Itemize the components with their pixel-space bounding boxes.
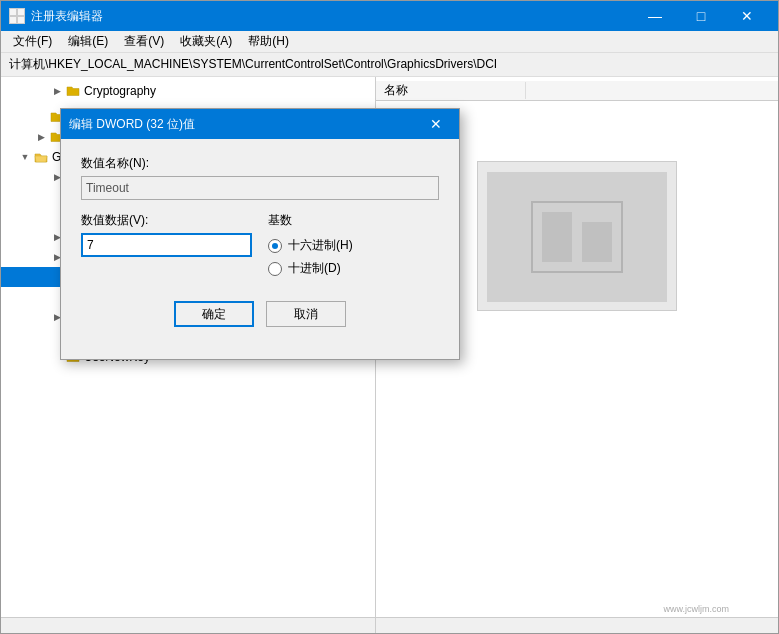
name-label: 数值名称(N): xyxy=(81,155,439,172)
radio-dec[interactable] xyxy=(268,262,282,276)
minimize-button[interactable]: — xyxy=(632,1,678,31)
base-section: 基数 十六进制(H) 十进制(D) xyxy=(268,212,439,277)
svg-rect-6 xyxy=(582,222,612,262)
svg-rect-0 xyxy=(10,9,16,15)
value-base-row: 数值数据(V): 基数 十六进制(H) 十进制(D) xyxy=(81,212,439,277)
folder-icon xyxy=(65,83,81,99)
title-bar: 注册表编辑器 — □ ✕ xyxy=(1,1,778,31)
data-input[interactable] xyxy=(81,233,252,257)
ok-button[interactable]: 确定 xyxy=(174,301,254,327)
svg-rect-2 xyxy=(10,17,16,23)
radio-group: 十六进制(H) 十进制(D) xyxy=(268,237,439,277)
preview-area xyxy=(477,161,677,311)
maximize-button[interactable]: □ xyxy=(678,1,724,31)
right-scrollbar[interactable] xyxy=(376,618,778,633)
edit-dword-dialog: 编辑 DWORD (32 位)值 ✕ 数值名称(N): 数值数据(V): 基数 xyxy=(60,108,460,360)
col-name-header: 名称 xyxy=(376,82,526,99)
dialog-title-bar: 编辑 DWORD (32 位)值 ✕ xyxy=(61,109,459,139)
menu-bar: 文件(F) 编辑(E) 查看(V) 收藏夹(A) 帮助(H) xyxy=(1,31,778,53)
dialog-title: 编辑 DWORD (32 位)值 xyxy=(69,116,421,133)
radio-hex[interactable] xyxy=(268,239,282,253)
radio-hex-label[interactable]: 十六进制(H) xyxy=(268,237,439,254)
menu-favorites[interactable]: 收藏夹(A) xyxy=(172,31,240,52)
svg-rect-1 xyxy=(18,9,24,15)
dialog-close-button[interactable]: ✕ xyxy=(421,109,451,139)
svg-rect-3 xyxy=(18,17,24,23)
menu-help[interactable]: 帮助(H) xyxy=(240,31,297,52)
tree-label: Cryptography xyxy=(84,84,156,98)
arrow-icon: ▶ xyxy=(33,129,49,145)
name-input xyxy=(81,176,439,200)
window-controls: — □ ✕ xyxy=(632,1,770,31)
radio-dec-text: 十进制(D) xyxy=(288,260,341,277)
menu-edit[interactable]: 编辑(E) xyxy=(60,31,116,52)
radio-hex-text: 十六进制(H) xyxy=(288,237,353,254)
window-title: 注册表编辑器 xyxy=(31,8,632,25)
dialog-body: 数值名称(N): 数值数据(V): 基数 十六进制(H) xyxy=(61,139,459,359)
address-bar: 计算机\HKEY_LOCAL_MACHINE\SYSTEM\CurrentCon… xyxy=(1,53,778,77)
menu-file[interactable]: 文件(F) xyxy=(5,31,60,52)
dialog-buttons: 确定 取消 xyxy=(81,293,439,343)
preview-image xyxy=(487,172,667,302)
arrow-icon: ▶ xyxy=(49,83,65,99)
svg-rect-5 xyxy=(542,212,572,262)
app-icon xyxy=(9,8,25,24)
data-label: 数值数据(V): xyxy=(81,212,252,229)
radio-dec-label[interactable]: 十进制(D) xyxy=(268,260,439,277)
tree-scrollbar[interactable] xyxy=(1,618,376,633)
horizontal-scrollbar[interactable] xyxy=(1,617,778,633)
cancel-button[interactable]: 取消 xyxy=(266,301,346,327)
arrow-icon xyxy=(33,109,49,125)
column-headers: 名称 xyxy=(376,81,778,101)
arrow-icon: ▼ xyxy=(17,149,33,165)
address-text: 计算机\HKEY_LOCAL_MACHINE\SYSTEM\CurrentCon… xyxy=(9,56,497,73)
tree-item-cryptography[interactable]: ▶ Cryptography xyxy=(1,81,375,101)
close-button[interactable]: ✕ xyxy=(724,1,770,31)
menu-view[interactable]: 查看(V) xyxy=(116,31,172,52)
base-label: 基数 xyxy=(268,212,439,229)
value-section: 数值数据(V): xyxy=(81,212,252,277)
folder-open-icon xyxy=(33,149,49,165)
